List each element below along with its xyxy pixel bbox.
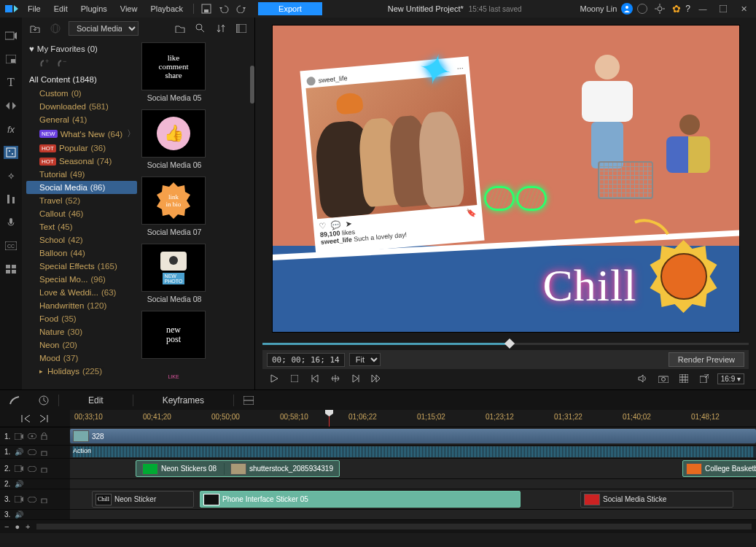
view-icon[interactable] (234, 22, 249, 35)
clip-basketball[interactable]: College Basketball Stickers 03 (682, 460, 756, 477)
category-list[interactable]: ♥My Favorites (0) + − All Content (1848)… (22, 39, 137, 389)
goto-start-icon[interactable] (21, 415, 31, 422)
redo-icon[interactable] (233, 1, 249, 16)
lock-icon[interactable] (41, 496, 50, 503)
brush-icon[interactable] (0, 395, 29, 406)
track-3-body[interactable]: ChillNeon Sticker Phone Interface Sticke… (70, 489, 756, 509)
timecode-display[interactable]: 00; 00; 16; 14 (267, 353, 345, 367)
aspect-ratio-select[interactable]: 16:9 ▾ (717, 373, 744, 384)
favorites-row[interactable]: ♥My Favorites (0) (26, 42, 137, 55)
category-travel[interactable]: Travel (52) (26, 194, 137, 207)
category-downloaded[interactable]: Downloaded (581) (26, 100, 137, 113)
clip-audio-main[interactable]: Action (70, 446, 756, 457)
new-folder-icon[interactable] (173, 22, 187, 35)
category-nature[interactable]: Nature (30) (26, 325, 137, 338)
category-social-media[interactable]: Social Media (86) (26, 181, 137, 194)
user-avatar-icon[interactable] (621, 3, 633, 15)
next-frame-icon[interactable] (348, 371, 363, 386)
category-what-s-new[interactable]: NEWWhat's New (64)〉 (26, 126, 137, 141)
volume-icon[interactable] (636, 371, 650, 386)
track-1-body[interactable]: 328 (70, 427, 756, 445)
lock-icon[interactable] (41, 465, 50, 473)
category-general[interactable]: General (41) (26, 113, 137, 126)
speaker-icon[interactable]: 🔊 (15, 480, 23, 488)
category-love-weddi-[interactable]: Love & Weddi... (63) (26, 286, 137, 299)
save-icon[interactable] (198, 1, 214, 16)
speaker-icon[interactable]: 🔊 (15, 511, 23, 519)
clip-phone-interface[interactable]: Phone Interface Sticker 05 (200, 491, 521, 508)
menu-file[interactable]: File (22, 2, 47, 15)
play-icon[interactable] (267, 371, 281, 386)
globe-icon[interactable] (48, 22, 63, 35)
undo-icon[interactable] (216, 1, 232, 16)
menu-plugins[interactable]: Plugins (75, 2, 113, 15)
snapshot-icon[interactable] (328, 371, 343, 386)
clock-icon[interactable] (29, 395, 58, 406)
video-icon[interactable] (15, 433, 23, 440)
minimize-icon[interactable]: — (695, 1, 711, 16)
category-neon[interactable]: Neon (20) (26, 338, 137, 352)
menu-view[interactable]: View (114, 2, 144, 15)
render-preview-button[interactable]: Render Preview (669, 352, 744, 367)
transition-room-icon[interactable] (4, 99, 18, 112)
maximize-icon[interactable] (715, 1, 731, 16)
category-seasonal[interactable]: HOTSeasonal (74) (26, 155, 137, 168)
media-room-icon[interactable] (4, 29, 18, 42)
category-mood[interactable]: Mood (37) (26, 352, 137, 365)
close-icon[interactable]: ✕ (736, 1, 752, 16)
goto-end-icon[interactable] (39, 415, 49, 422)
track-1a-body[interactable]: Action (70, 446, 756, 458)
title-room-icon[interactable]: T (4, 76, 18, 89)
all-content-row[interactable]: All Content (1848) (26, 72, 137, 87)
category-handwritten[interactable]: Handwritten (120) (26, 299, 137, 312)
thumb-scrollbar[interactable] (250, 66, 254, 104)
eye-icon[interactable] (28, 433, 36, 439)
audio-room-icon[interactable] (4, 193, 18, 206)
caption-room-icon[interactable]: CC (4, 239, 18, 252)
timeline-h-scrollbar[interactable] (36, 524, 752, 529)
export-button[interactable]: Export (258, 2, 322, 15)
track-3a-body[interactable] (70, 510, 756, 519)
track-2a-body[interactable] (70, 479, 756, 489)
category-special-mo-[interactable]: Special Mo... (96) (26, 273, 137, 286)
menu-playback[interactable]: Playback (144, 2, 189, 15)
stop-icon[interactable] (287, 371, 302, 386)
particle-room-icon[interactable]: ⟡ (4, 169, 18, 182)
menu-edit[interactable]: Edit (48, 2, 74, 15)
lock-icon[interactable] (41, 449, 50, 456)
preview-canvas[interactable]: sweet_life⋯ ♡💬➤🔖 89,100 likes sweet_life… (273, 26, 739, 332)
eye-icon[interactable] (28, 449, 36, 455)
zoom-out-icon[interactable]: − (4, 522, 9, 531)
lock-icon[interactable] (41, 432, 50, 440)
clip-chill[interactable]: ChillNeon Sticker (92, 491, 194, 508)
pip-room-icon[interactable] (4, 53, 18, 66)
preview-seek[interactable] (262, 338, 749, 349)
video-icon[interactable] (15, 465, 23, 472)
grid-icon[interactable] (677, 371, 691, 386)
category-food[interactable]: Food (35) (26, 312, 137, 325)
add-favorite-icon[interactable]: + (39, 58, 50, 68)
eye-icon[interactable] (28, 497, 36, 503)
keyframes-tab[interactable]: Keyframes (133, 390, 233, 410)
premium-icon[interactable]: ✿ (672, 3, 681, 15)
category-callout[interactable]: Callout (46) (26, 207, 137, 220)
sort-icon[interactable] (214, 22, 228, 35)
zoom-slider-icon[interactable]: ● (15, 522, 20, 531)
thumb-social-media-05[interactable]: like comment share Social Media 05 (141, 42, 207, 102)
prev-frame-icon[interactable] (308, 371, 322, 386)
thumbnail-grid[interactable]: like comment share Social Media 05 👍LIKE… (137, 39, 254, 389)
category-popular[interactable]: HOTPopular (36) (26, 141, 137, 155)
sticker-room-icon[interactable] (4, 146, 18, 159)
video-icon[interactable] (15, 496, 23, 503)
category-custom[interactable]: Custom (0) (26, 87, 137, 100)
clip-social-media[interactable]: Social Media Sticke (580, 491, 733, 508)
zoom-select[interactable]: Fit (349, 353, 381, 366)
fx-room-icon[interactable]: fx (4, 123, 18, 136)
category-school[interactable]: School (42) (26, 233, 137, 247)
clip-video-main[interactable]: 328 (70, 429, 756, 443)
help-icon[interactable]: ? (685, 4, 690, 14)
import-icon[interactable] (28, 22, 42, 35)
thumb-social-media-09[interactable]: new post (141, 311, 207, 359)
timeline-ruler[interactable]: 00;33;1000;41;2000;50;0000;58;1001;06;22… (70, 410, 756, 427)
remove-favorite-icon[interactable]: − (57, 58, 67, 68)
